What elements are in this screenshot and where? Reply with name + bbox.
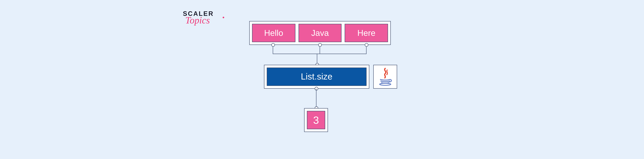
diagram-stage: SCALER Topics Hello Java Here List.size [0, 0, 644, 159]
connector-line [273, 54, 366, 54]
list-item: Here [345, 24, 388, 42]
scaler-topics-logo: SCALER Topics [183, 10, 223, 26]
method-box: List.size [264, 65, 370, 89]
connector-node-icon [318, 43, 322, 47]
list-item: Java [298, 24, 342, 42]
java-logo-box [373, 65, 397, 89]
svg-point-0 [380, 83, 391, 85]
connector-node-icon [364, 43, 368, 47]
result-box: 3 [304, 108, 328, 132]
input-list-row: Hello Java Here [249, 21, 391, 45]
list-item: Hello [252, 24, 295, 42]
method-label: List.size [267, 68, 366, 86]
java-logo-icon [377, 68, 393, 86]
connector-node-icon [271, 43, 275, 47]
result-value: 3 [307, 111, 325, 129]
method-row: List.size [264, 65, 397, 89]
logo-dot-icon [223, 16, 224, 18]
connector-line [316, 89, 316, 108]
logo-line2: Topics [185, 15, 222, 26]
